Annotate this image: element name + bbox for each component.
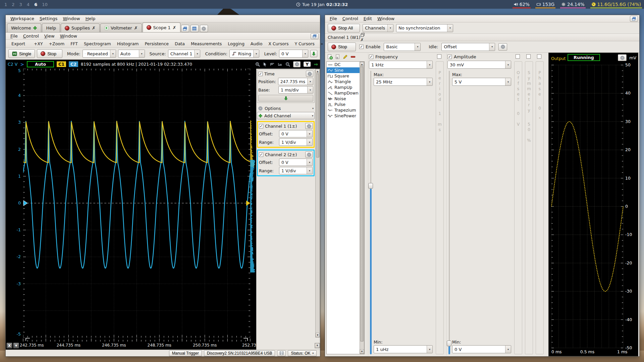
waveform-type-list[interactable]: DCSineSquareTriangleRampUpRampDownNoiseP… [326, 61, 365, 354]
tile-windows-button[interactable] [191, 25, 199, 32]
options-dropdown[interactable]: Options ▾ [257, 105, 315, 112]
frequency-slider[interactable] [368, 71, 373, 354]
cpu-indicator[interactable]: 24.14% [560, 0, 585, 9]
channel1-chip[interactable]: C1 [57, 61, 66, 67]
remove-waveform-icon[interactable] [350, 54, 356, 60]
toolbar-y-cursors[interactable]: Y Cursors [291, 41, 317, 47]
menu-window2[interactable]: Window [57, 33, 80, 39]
pointer-tool-icon[interactable] [263, 62, 267, 67]
clock[interactable]: Tue 19 Jan 02:32:32 [296, 2, 348, 7]
waveform-item-dc[interactable]: DC [327, 62, 364, 67]
cascade-windows-button[interactable] [181, 25, 189, 32]
offset-checkbox[interactable] [516, 54, 520, 59]
disk-indicator[interactable]: 153G [535, 0, 555, 9]
memory-indicator[interactable]: 11.6G/15.6G (74%) [590, 0, 642, 9]
time-apply-button[interactable] [258, 95, 313, 102]
menu-view[interactable]: View [42, 33, 57, 39]
volume-indicator[interactable]: 62% [513, 0, 531, 9]
auto-scale-button[interactable]: Auto [27, 61, 54, 67]
toolbar-spectrogram[interactable]: Spectrogram [81, 41, 114, 47]
phase-strip[interactable]: Phase0 ° [536, 53, 544, 354]
zoom-out-icon[interactable] [285, 62, 290, 67]
amplitude-min-select[interactable]: 0 V▾ [452, 345, 511, 353]
workspace-1[interactable]: 1 [3, 1, 9, 8]
wavegen-preview-plot[interactable]: Running Output mV 50403020100-10-20-30-4… [548, 53, 638, 356]
scroll-up-icon[interactable]: ▲ [360, 62, 364, 66]
menu-control[interactable]: Control [340, 15, 361, 22]
channel1-settings-button[interactable] [305, 123, 313, 129]
menu-settings[interactable]: Settings [37, 15, 60, 22]
channel2-range-select[interactable]: 1 V/div▾ [279, 167, 313, 174]
close-tab-icon[interactable]: ✗ [134, 25, 138, 31]
channel1-offset-select[interactable]: 0 V▾ [279, 130, 313, 137]
period-strip[interactable]: Period1 ms [436, 53, 444, 354]
menu-window[interactable]: Window [375, 15, 397, 22]
toolbar-export[interactable]: Export [8, 41, 28, 47]
expand-icon[interactable]: > [20, 62, 24, 67]
waveform-item-rampup[interactable]: RampUp [327, 84, 364, 90]
amplitude-slider[interactable] [447, 71, 451, 354]
tab-help[interactable]: Help [42, 23, 60, 32]
position-select[interactable]: 247.735 ms▾ [278, 78, 313, 85]
close-tab-icon[interactable]: ✗ [92, 25, 96, 31]
menu-workspace[interactable]: Workspace [8, 15, 37, 22]
toolbar-zoom[interactable]: +Zoom [46, 41, 68, 47]
subwindow-cascade-button[interactable] [311, 33, 319, 39]
y-axis-button[interactable]: Y [304, 62, 311, 67]
scale-selector[interactable]: C2 V [8, 62, 17, 67]
time-checkbox[interactable]: ✓ [258, 72, 263, 76]
close-panel-icon[interactable]: ✗ [360, 38, 364, 42]
tab-supplies[interactable]: Supplies ✗ [61, 23, 100, 32]
level-select[interactable]: 0 V▾ [279, 50, 308, 58]
tab-voltmeter[interactable]: Voltmeter ✗ [100, 23, 142, 32]
scroll-down-icon[interactable]: ▼ [360, 349, 364, 354]
time-settings-button[interactable] [306, 71, 313, 77]
offset-strip[interactable]: Offset0 V [514, 53, 523, 354]
mode-aux-select[interactable]: Auto▾ [118, 50, 145, 58]
close-tab-icon[interactable]: ✗ [173, 25, 176, 30]
toolbar-data[interactable]: Data [172, 41, 188, 47]
waveform-item-rampdown[interactable]: RampDown [327, 90, 364, 96]
menu-file[interactable]: File [327, 15, 340, 22]
waveform-item-pulse[interactable]: Pulse [327, 102, 364, 107]
condition-select[interactable]: Rising▾ [229, 50, 260, 58]
period-checkbox[interactable] [437, 54, 441, 59]
channel-settings-button[interactable] [498, 43, 507, 51]
save-device-button[interactable] [277, 350, 286, 356]
frequency-checkbox[interactable]: ✓ [369, 55, 373, 59]
edit-waveform-icon[interactable] [342, 54, 348, 60]
workspace-2[interactable]: 2 [10, 1, 16, 8]
frequency-max-select[interactable]: 25 MHz▾ [374, 78, 433, 86]
x-axis-dropdown-icon[interactable]: ▼ [13, 343, 19, 349]
frequency-slider-handle[interactable] [368, 183, 373, 189]
toolbar-logging[interactable]: Logging [225, 41, 248, 47]
channel2-settings-button[interactable] [305, 152, 313, 158]
amplitude-max-select[interactable]: 5 V▾ [452, 78, 511, 86]
manual-trigger-button[interactable]: Manual Trigger [169, 350, 202, 356]
scroll-down-icon[interactable]: ▼ [315, 343, 320, 348]
stop-button[interactable]: Stop [37, 49, 62, 58]
enable-toggle[interactable]: ✓Enable [359, 44, 380, 49]
scrollbar-thumb[interactable] [316, 74, 319, 158]
frequency-select[interactable]: 1 kHz▾ [369, 61, 433, 69]
channel2-offset-select[interactable]: 0 V▾ [279, 159, 313, 166]
zoom-in-icon[interactable] [255, 62, 260, 67]
scroll-down-icon[interactable]: ▼ [316, 333, 320, 337]
toolbar-audio[interactable]: Audio [248, 41, 266, 47]
idle-select[interactable]: Offset▾ [441, 43, 495, 51]
channels-select[interactable]: Channels▾ [363, 24, 393, 32]
generator-mode-select[interactable]: Basic▾ [384, 43, 421, 51]
waveform-item-trapezium[interactable]: Trapezium [327, 107, 364, 113]
symmetry-strip[interactable]: Symmetry50 % [525, 53, 534, 354]
menu-control[interactable]: Control [20, 33, 42, 39]
synchronization-select[interactable]: No synchronization▾ [396, 24, 453, 32]
add-instrument-icon[interactable] [33, 26, 37, 30]
subwindow-cascade-button[interactable] [630, 16, 638, 22]
phase-checkbox[interactable] [537, 54, 541, 59]
tab-scope1[interactable]: Scope 1 ✗ [143, 22, 180, 32]
channel1-checkbox[interactable]: ✓ [259, 124, 263, 128]
source-select[interactable]: Channel 1▾ [168, 50, 201, 58]
waveform-item-triangle[interactable]: Triangle [327, 79, 364, 84]
menu-window[interactable]: Window [60, 15, 83, 22]
toolbar-fft[interactable]: FFT [67, 41, 81, 47]
